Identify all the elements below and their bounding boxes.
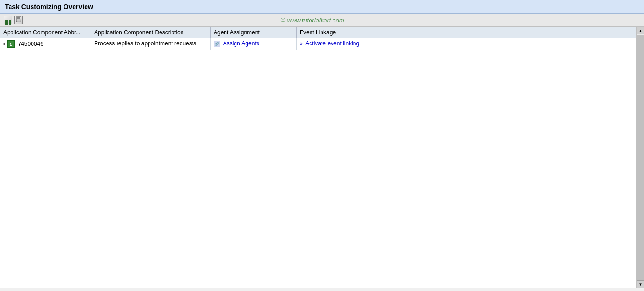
activate-event-link[interactable]: Activate event linking [305,40,359,47]
cell-event[interactable]: » Activate event linking [297,38,392,50]
vertical-scrollbar[interactable]: ▲ ▼ [636,27,644,288]
assign-icon: 🔗 [214,41,220,47]
scroll-up-button[interactable]: ▲ [637,27,644,34]
table-area: Application Component Abbr... Applicatio… [0,27,636,288]
save-button[interactable] [14,16,23,24]
scroll-thumb[interactable] [637,35,644,280]
col-header-agent: Agent Assignment [211,27,297,38]
table-view-button[interactable] [4,16,12,24]
title-bar: Task Customizing Overview [0,0,644,14]
toolbar-left [4,16,23,24]
scroll-down-button[interactable]: ▼ [637,280,644,288]
svg-rect-1 [17,17,20,19]
toolbar: © www.tutorialkart.com [0,14,644,27]
cell-desc: Process replies to appointment requests [91,38,211,50]
component-icon: Σ [7,40,15,48]
save-icon [16,16,21,22]
abbr-value: 74500046 [18,41,43,47]
event-icon: » [300,40,303,47]
cell-abbr: • Σ 74500046 [0,38,91,50]
main-content: Application Component Abbr... Applicatio… [0,27,644,288]
expand-dot: • [3,42,5,47]
data-table: Application Component Abbr... Applicatio… [0,27,636,50]
row-expand: • Σ 74500046 [3,40,88,48]
svg-rect-2 [17,20,21,22]
cell-extra [392,38,636,50]
col-header-extra [392,27,636,38]
col-header-abbr: Application Component Abbr... [0,27,91,38]
table-body: • Σ 74500046 Process replies to appointm… [0,38,636,50]
table-row: • Σ 74500046 Process replies to appointm… [0,38,636,50]
watermark-text: © www.tutorialkart.com [23,17,602,24]
col-header-event: Event Linkage [297,27,392,38]
cell-agent[interactable]: 🔗 Assign Agents [211,38,297,50]
assign-agents-link[interactable]: Assign Agents [223,40,259,47]
col-header-desc: Application Component Description [91,27,211,38]
page-title: Task Customizing Overview [5,3,93,11]
table-header: Application Component Abbr... Applicatio… [0,27,636,38]
